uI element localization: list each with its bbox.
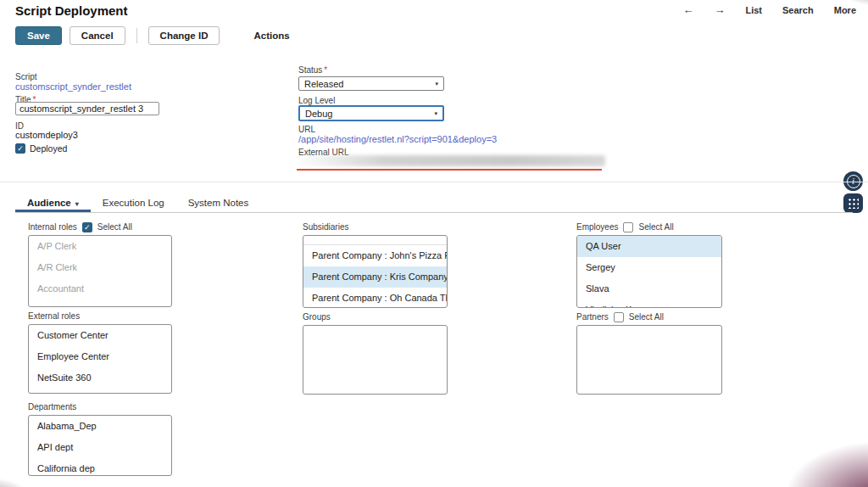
actions-button[interactable]: Actions bbox=[242, 27, 300, 44]
log-level-select[interactable]: Debug▾ bbox=[298, 105, 444, 121]
title-input[interactable] bbox=[15, 102, 159, 115]
subsidiaries-listbox[interactable]: Parent Company : John's Pizza Place : Jo… bbox=[303, 235, 448, 308]
departments-listbox[interactable]: Alabama_Dep API dept California dep bbox=[28, 415, 172, 476]
script-label: Script bbox=[15, 72, 37, 81]
url-label: URL bbox=[298, 125, 315, 134]
page-title: Script Deployment bbox=[15, 3, 128, 18]
employees-header: Employees Select All bbox=[576, 222, 722, 232]
nav-more-button[interactable]: More bbox=[834, 5, 856, 15]
status-select[interactable]: Released▾ bbox=[298, 76, 444, 91]
toolbar: Save Cancel Change ID Actions bbox=[15, 26, 301, 45]
change-id-button[interactable]: Change ID bbox=[148, 26, 220, 45]
list-item[interactable]: A/R Clerk bbox=[29, 257, 171, 278]
deployed-label: Deployed bbox=[30, 143, 67, 154]
script-link[interactable]: customscript_synder_restlet bbox=[15, 81, 131, 92]
employees-listbox[interactable]: QA User Sergey Slava Vladislav K bbox=[576, 235, 722, 308]
list-item[interactable]: Parent Company : Oh Canada The Beautif bbox=[303, 288, 447, 308]
departments-label: Departments bbox=[28, 402, 76, 412]
list-item[interactable]: Employee Center bbox=[29, 346, 171, 367]
check-icon: ✓ bbox=[17, 145, 24, 153]
list-item-selected[interactable]: QA User bbox=[577, 236, 721, 257]
deployed-checkbox[interactable]: ✓ bbox=[15, 143, 25, 154]
list-item[interactable]: Customer Center bbox=[29, 325, 171, 346]
forward-arrow-icon[interactable]: → bbox=[714, 3, 725, 16]
list-item[interactable]: Alabama_Dep bbox=[29, 416, 171, 437]
select-all-label: Select All bbox=[638, 222, 673, 232]
partners-label: Partners bbox=[576, 312, 609, 322]
audience-column-subsidiaries: Subsidiaries Parent Company : John's Piz… bbox=[303, 222, 448, 395]
tab-bar: Audience▾ Execution Log System Notes bbox=[15, 194, 853, 213]
external-url-annotation-line bbox=[297, 169, 602, 171]
groups-label: Groups bbox=[303, 312, 331, 322]
internal-roles-header: Internal roles ✓ Select All bbox=[28, 222, 172, 232]
subsidiaries-label: Subsidiaries bbox=[303, 222, 348, 232]
external-roles-header: External roles bbox=[28, 311, 172, 322]
groups-header: Groups bbox=[303, 312, 448, 322]
partners-select-all-checkbox[interactable] bbox=[614, 312, 624, 322]
audience-column-employees: Employees Select All QA User Sergey Slav… bbox=[576, 222, 722, 395]
list-item[interactable]: A/P Clerk bbox=[29, 236, 171, 257]
caret-down-icon: ▾ bbox=[75, 200, 79, 208]
external-roles-listbox[interactable]: Customer Center Employee Center NetSuite… bbox=[28, 324, 172, 394]
employees-label: Employees bbox=[576, 222, 618, 232]
subsidiaries-header: Subsidiaries bbox=[303, 222, 448, 232]
list-item-partial[interactable] bbox=[303, 236, 447, 245]
deployed-checkbox-row: ✓ Deployed bbox=[15, 143, 67, 154]
url-link[interactable]: /app/site/hosting/restlet.nl?script=901&… bbox=[298, 134, 497, 144]
chevron-down-icon: ▾ bbox=[434, 110, 437, 117]
top-navigation: ← → List Search More bbox=[682, 3, 856, 16]
internal-roles-select-all-checkbox[interactable]: ✓ bbox=[82, 222, 92, 232]
tab-execution-log[interactable]: Execution Log bbox=[91, 194, 176, 212]
list-item[interactable]: NetSuite 360 bbox=[29, 367, 171, 389]
back-arrow-icon[interactable]: ← bbox=[682, 3, 693, 16]
list-item[interactable]: Slava bbox=[577, 278, 721, 299]
required-asterisk: * bbox=[324, 65, 327, 75]
list-item-selected[interactable]: Parent Company : Kris Company bbox=[303, 266, 447, 288]
check-icon: ✓ bbox=[84, 224, 91, 232]
save-button[interactable]: Save bbox=[15, 26, 62, 45]
id-value: customdeploy3 bbox=[15, 130, 78, 140]
toolbar-divider bbox=[136, 28, 137, 43]
audience-column-roles: Internal roles ✓ Select All A/P Clerk A/… bbox=[28, 222, 172, 476]
cancel-button[interactable]: Cancel bbox=[70, 26, 125, 45]
chevron-down-icon: ▾ bbox=[435, 81, 438, 87]
tab-system-notes[interactable]: System Notes bbox=[176, 194, 261, 212]
list-item[interactable]: API dept bbox=[29, 437, 171, 458]
departments-header: Departments bbox=[28, 402, 172, 412]
external-url-redacted-value bbox=[298, 155, 605, 166]
internal-roles-listbox[interactable]: A/P Clerk A/R Clerk Accountant bbox=[28, 235, 172, 307]
list-item[interactable]: Vladislav K bbox=[577, 299, 721, 308]
partners-listbox[interactable] bbox=[576, 325, 722, 395]
tab-audience[interactable]: Audience▾ bbox=[15, 194, 91, 212]
select-all-label: Select All bbox=[97, 222, 132, 232]
list-item[interactable]: Sergey bbox=[577, 257, 721, 278]
form-middle-column: Status* Released▾ Log Level Debug▾ URL /… bbox=[298, 65, 620, 176]
external-roles-label: External roles bbox=[28, 311, 80, 322]
internal-roles-label: Internal roles bbox=[28, 222, 77, 232]
section-divider bbox=[0, 182, 868, 182]
groups-listbox[interactable] bbox=[303, 325, 448, 395]
list-item[interactable]: California dep bbox=[29, 458, 171, 476]
nav-search-button[interactable]: Search bbox=[782, 5, 814, 15]
script-deployment-page: Script Deployment ← → List Search More S… bbox=[0, 0, 868, 487]
partners-header: Partners Select All bbox=[576, 312, 722, 322]
nav-list-button[interactable]: List bbox=[745, 5, 762, 15]
select-all-label: Select All bbox=[629, 312, 664, 322]
list-item[interactable]: Parent Company : John's Pizza Place : Jo… bbox=[303, 245, 447, 266]
log-level-label: Log Level bbox=[298, 96, 335, 105]
status-label: Status* bbox=[298, 65, 327, 75]
list-item[interactable]: Accountant bbox=[29, 278, 171, 299]
employees-select-all-checkbox[interactable] bbox=[623, 222, 633, 232]
